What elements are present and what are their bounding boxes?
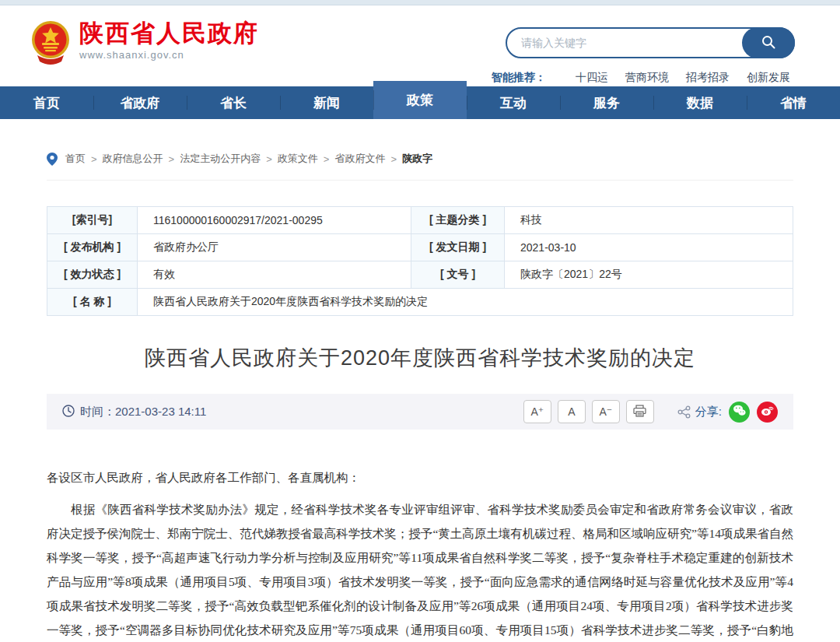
index-number-value: 116100000160002917/2021-00295 [138, 207, 411, 234]
doc-name-value: 陕西省人民政府关于2020年度陕西省科学技术奖励的决定 [138, 289, 793, 316]
doc-number-value: 陕政字〔2021〕22号 [505, 261, 793, 289]
nav-item-news[interactable]: 新闻 [280, 86, 373, 119]
search-button[interactable] [742, 27, 795, 58]
site-name: 陕西省人民政府 [79, 19, 259, 47]
smart-recommend-label: 智能推荐： [492, 71, 546, 85]
nav-item-policy[interactable]: 政策 [373, 81, 467, 119]
crumb-separator: > [390, 153, 397, 165]
share-group: 分享: [677, 402, 778, 423]
national-emblem-icon [30, 19, 72, 66]
crumb-disclosure[interactable]: 法定主动公开内容 [180, 152, 261, 166]
article-controls: A⁺ A A⁻ [517, 400, 778, 423]
table-row: [ 名 称 ] 陕西省人民政府关于2020年度陕西省科学技术奖励的决定 [47, 289, 793, 316]
article-paragraph: 根据《陕西省科学技术奖励办法》规定，经省科学技术奖各专业评审组评审、省科学技术奖… [47, 497, 793, 642]
wechat-icon [733, 405, 746, 419]
nav-item-services[interactable]: 服务 [560, 86, 653, 119]
index-number-label: [索引号] [47, 207, 138, 234]
font-reset-button[interactable]: A [558, 400, 586, 423]
main-content: 首页 > 政府信息公开 > 法定主动公开内容 > 政策文件 > 省政府文件 > … [47, 152, 793, 642]
doc-name-label: [ 名 称 ] [47, 289, 138, 316]
validity-status-label: [ 效力状态 ] [47, 261, 138, 289]
font-increase-button[interactable]: A⁺ [523, 400, 551, 423]
article-salutation: 各设区市人民政府，省人民政府各工作部门、各直属机构： [47, 465, 793, 489]
crumb-current: 陕政字 [402, 152, 432, 166]
doc-number-label: [ 文号 ] [411, 261, 505, 289]
article-meta-bar: 时间：2021-03-23 14:11 A⁺ A A⁻ [47, 394, 793, 430]
crumb-separator: > [169, 153, 175, 165]
search-box [506, 27, 795, 58]
printer-icon [633, 405, 646, 419]
issue-date-value: 2021-03-10 [505, 234, 793, 261]
crumb-separator: > [266, 153, 272, 165]
weibo-icon [761, 405, 774, 419]
share-nodes-icon [677, 405, 691, 419]
smart-link-recruitment[interactable]: 招考招录 [686, 71, 730, 85]
nav-item-provincial-gov[interactable]: 省政府 [93, 86, 187, 119]
font-decrease-button[interactable]: A⁻ [592, 400, 620, 423]
crumb-separator: > [91, 153, 97, 165]
clock-icon [62, 405, 80, 419]
publish-time: 时间：2021-03-23 14:11 [62, 405, 206, 419]
crumb-provincial-docs[interactable]: 省政府文件 [334, 152, 385, 166]
breadcrumb: 首页 > 政府信息公开 > 法定主动公开内容 > 政策文件 > 省政府文件 > … [47, 152, 793, 181]
crumb-separator: > [324, 153, 330, 165]
nav-item-interaction[interactable]: 互动 [467, 86, 560, 119]
nav-item-data[interactable]: 数据 [653, 86, 747, 119]
site-header: 陕西省人民政府 www.shaanxi.gov.cn 智能推荐： 十四运 营商环… [0, 5, 840, 86]
print-button[interactable] [626, 400, 654, 423]
search-icon [761, 34, 776, 52]
article-body: 各设区市人民政府，省人民政府各工作部门、各直属机构： 根据《陕西省科学技术奖励办… [47, 465, 793, 642]
share-label: 分享: [695, 405, 722, 419]
table-row: [ 效力状态 ] 有效 [ 文号 ] 陕政字〔2021〕22号 [47, 261, 793, 289]
table-row: [ 发布机构 ] 省政府办公厅 [ 发文日期 ] 2021-03-10 [47, 234, 793, 261]
crumb-policy-docs[interactable]: 政策文件 [278, 152, 318, 166]
smart-link-business-env[interactable]: 营商环境 [625, 71, 669, 85]
smart-recommend-row: 智能推荐： 十四运 营商环境 招考招录 创新发展 [492, 71, 790, 85]
crumb-home[interactable]: 首页 [65, 152, 86, 166]
topic-category-label: [ 主题分类 ] [411, 207, 505, 234]
issue-date-label: [ 发文日期 ] [411, 234, 505, 261]
top-strip [0, 0, 840, 5]
location-pin-icon [47, 153, 58, 166]
main-nav: 首页 省政府 省长 新闻 政策 互动 服务 数据 省情 [0, 86, 840, 119]
validity-status-value: 有效 [138, 261, 411, 289]
nav-item-province-profile[interactable]: 省情 [747, 86, 840, 119]
issuing-agency-label: [ 发布机构 ] [47, 234, 138, 261]
publish-time-text: 时间：2021-03-23 14:11 [80, 405, 206, 419]
nav-item-governor[interactable]: 省长 [187, 86, 280, 119]
crumb-gov-info[interactable]: 政府信息公开 [103, 152, 163, 166]
table-row: [索引号] 116100000160002917/2021-00295 [ 主题… [47, 207, 793, 234]
share-weibo-button[interactable] [757, 402, 778, 423]
issuing-agency-value: 省政府办公厅 [138, 234, 411, 261]
nav-item-home[interactable]: 首页 [0, 86, 93, 119]
site-logo[interactable]: 陕西省人民政府 www.shaanxi.gov.cn [30, 19, 259, 66]
document-meta-table: [索引号] 116100000160002917/2021-00295 [ 主题… [47, 206, 793, 316]
page-title: 陕西省人民政府关于2020年度陕西省科学技术奖励的决定 [47, 344, 793, 372]
topic-category-value: 科技 [505, 207, 793, 234]
smart-link-innovation[interactable]: 创新发展 [747, 71, 790, 85]
share-wechat-button[interactable] [729, 402, 750, 423]
site-url: www.shaanxi.gov.cn [79, 49, 259, 61]
smart-link-shisiyun[interactable]: 十四运 [576, 71, 608, 85]
